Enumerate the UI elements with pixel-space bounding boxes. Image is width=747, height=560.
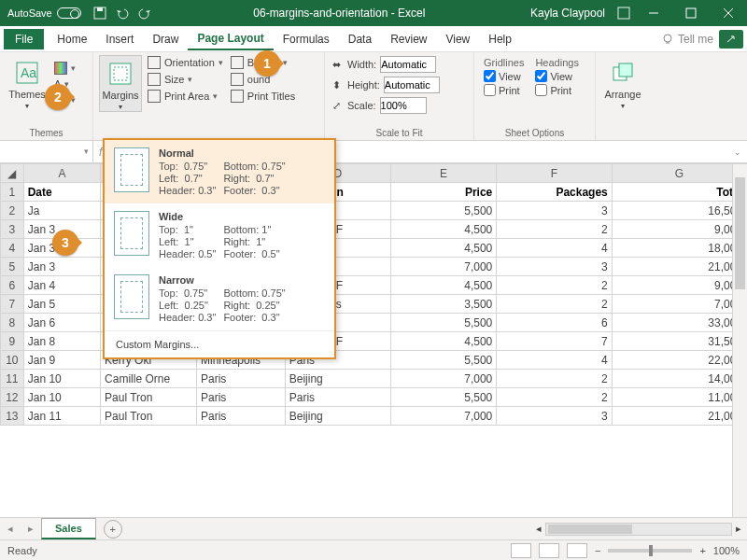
cell-E5[interactable]: 7,000 — [390, 258, 496, 276]
cell-G6[interactable]: 9,000 — [612, 276, 746, 295]
scale-scale[interactable]: ⤢Scale: — [331, 96, 468, 115]
scale-height[interactable]: ⬍Height: — [331, 76, 468, 94]
view-pagebreak-icon[interactable] — [567, 543, 587, 558]
cell-E10[interactable]: 5,500 — [390, 351, 496, 370]
scale-width[interactable]: ⬌Width: — [331, 55, 468, 74]
cell-F11[interactable]: 2 — [497, 370, 613, 388]
scale-height-select[interactable] — [384, 77, 440, 93]
row-header-10[interactable]: 10 — [1, 351, 24, 370]
menu-formulas[interactable]: Formulas — [274, 29, 339, 49]
cell-F4[interactable]: 4 — [497, 239, 613, 258]
zoom-out[interactable]: − — [595, 545, 600, 556]
print-area-button[interactable]: Print Area▾ — [146, 89, 225, 104]
cell-A13[interactable]: Jan 11 — [23, 407, 100, 426]
select-all[interactable]: ◢ — [1, 164, 24, 183]
share-button[interactable] — [719, 30, 743, 49]
header-cell-G[interactable]: Total — [612, 183, 746, 202]
print-titles-button[interactable]: Print Titles — [229, 89, 297, 104]
cell-F6[interactable]: 2 — [497, 276, 613, 295]
cell-G4[interactable]: 18,000 — [612, 239, 746, 258]
formula-expand[interactable]: ⌄ — [728, 141, 747, 162]
ribbon-options-icon[interactable] — [616, 6, 631, 21]
header-cell-F[interactable]: Packages — [497, 183, 613, 202]
cell-E9[interactable]: 4,500 — [390, 332, 496, 351]
cell-G13[interactable]: 21,000 — [612, 407, 746, 426]
horizontal-scrollbar[interactable] — [545, 523, 732, 536]
row-header-3[interactable]: 3 — [1, 220, 24, 239]
size-button[interactable]: Size▾ — [146, 72, 225, 87]
row-header-4[interactable]: 4 — [1, 239, 24, 258]
menu-file[interactable]: File — [4, 29, 44, 49]
cell-G9[interactable]: 31,500 — [612, 332, 746, 351]
margin-option-normal[interactable]: NormalTop: 0.75"Left: 0.7"Header: 0.3"Bo… — [105, 140, 334, 203]
headings-view[interactable]: View — [535, 70, 578, 82]
cell-A2[interactable]: Ja — [23, 202, 100, 220]
menu-page-layout[interactable]: Page Layout — [188, 28, 273, 50]
orientation-button[interactable]: Orientation▾ — [146, 55, 225, 70]
gridlines-view[interactable]: View — [484, 70, 524, 82]
view-layout-icon[interactable] — [539, 543, 559, 558]
col-header-E[interactable]: E — [390, 164, 496, 183]
row-header-9[interactable]: 9 — [1, 332, 24, 351]
row-header-8[interactable]: 8 — [1, 314, 24, 332]
cell-G11[interactable]: 14,000 — [612, 370, 746, 388]
gridlines-print[interactable]: Print — [484, 84, 524, 96]
row-header-6[interactable]: 6 — [1, 276, 24, 295]
cell-E3[interactable]: 4,500 — [390, 220, 496, 239]
cell-G12[interactable]: 11,000 — [612, 388, 746, 407]
header-cell-A[interactable]: Date — [23, 183, 100, 202]
cell-F13[interactable]: 3 — [497, 407, 613, 426]
cell-A8[interactable]: Jan 6 — [23, 314, 100, 332]
headings-print[interactable]: Print — [535, 84, 578, 96]
cell-G10[interactable]: 22,000 — [612, 351, 746, 370]
row-header-1[interactable]: 1 — [1, 183, 24, 202]
cell-E11[interactable]: 7,000 — [390, 370, 496, 388]
cell-D11[interactable]: Beijing — [285, 370, 390, 388]
cell-G8[interactable]: 33,000 — [612, 314, 746, 332]
cell-C12[interactable]: Paris — [197, 388, 286, 407]
cell-F9[interactable]: 7 — [497, 332, 613, 351]
cell-A7[interactable]: Jan 5 — [23, 295, 100, 314]
cell-C11[interactable]: Paris — [197, 370, 286, 388]
cell-F10[interactable]: 4 — [497, 351, 613, 370]
col-header-G[interactable]: G — [612, 164, 746, 183]
cell-G2[interactable]: 16,500 — [612, 202, 746, 220]
tell-me[interactable]: Tell me — [678, 33, 713, 46]
row-header-2[interactable]: 2 — [1, 202, 24, 220]
cell-F12[interactable]: 2 — [497, 388, 613, 407]
sheet-nav-next[interactable]: ▸ — [21, 523, 41, 535]
cell-A12[interactable]: Jan 10 — [23, 388, 100, 407]
cell-F5[interactable]: 3 — [497, 258, 613, 276]
cell-E13[interactable]: 7,000 — [390, 407, 496, 426]
cell-E7[interactable]: 3,500 — [390, 295, 496, 314]
menu-review[interactable]: Review — [381, 29, 436, 49]
zoom-in[interactable]: + — [699, 545, 705, 556]
cell-F7[interactable]: 2 — [497, 295, 613, 314]
menu-home[interactable]: Home — [48, 29, 96, 49]
cell-E4[interactable]: 4,500 — [390, 239, 496, 258]
hscroll-right[interactable]: ▸ — [736, 523, 741, 535]
margins-button[interactable]: Margins ▾ — [99, 55, 142, 112]
cell-F3[interactable]: 2 — [497, 220, 613, 239]
cell-G3[interactable]: 9,000 — [612, 220, 746, 239]
cell-E12[interactable]: 5,500 — [390, 388, 496, 407]
cell-E2[interactable]: 5,500 — [390, 202, 496, 220]
margin-option-narrow[interactable]: NarrowTop: 0.75"Left: 0.25"Header: 0.3"B… — [105, 267, 334, 330]
col-header-F[interactable]: F — [497, 164, 613, 183]
cell-A10[interactable]: Jan 9 — [23, 351, 100, 370]
toggle-off-icon[interactable] — [57, 7, 81, 19]
sheet-nav-prev[interactable]: ◂ — [0, 523, 21, 535]
save-icon[interactable] — [92, 6, 107, 21]
cell-D13[interactable]: Beijing — [285, 407, 390, 426]
cell-B11[interactable]: Camille Orne — [101, 370, 197, 388]
cell-F8[interactable]: 6 — [497, 314, 613, 332]
custom-margins[interactable]: Custom Margins... — [105, 330, 334, 357]
menu-insert[interactable]: Insert — [96, 29, 143, 49]
header-cell-E[interactable]: Price — [390, 183, 496, 202]
menu-data[interactable]: Data — [339, 29, 381, 49]
colors-button[interactable]: ▾ — [52, 61, 78, 76]
cell-A9[interactable]: Jan 8 — [23, 332, 100, 351]
menu-help[interactable]: Help — [479, 29, 521, 49]
view-normal-icon[interactable] — [511, 543, 531, 558]
menu-view[interactable]: View — [436, 29, 479, 49]
